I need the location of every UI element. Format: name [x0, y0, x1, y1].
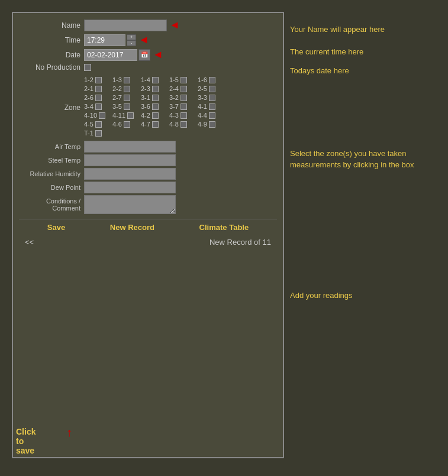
zone-item-4-11: 4-11 — [112, 112, 136, 119]
zone-checkbox-4-11[interactable] — [127, 112, 134, 119]
zone-checkbox-4-5[interactable] — [95, 121, 102, 128]
climate-table-button[interactable]: Climate Table — [199, 223, 249, 232]
time-spinners: + - — [127, 34, 136, 46]
zone-checkbox-4-4[interactable] — [209, 112, 215, 119]
zone-checkbox-3-4[interactable] — [95, 103, 102, 110]
date-input[interactable] — [84, 49, 137, 61]
zone-checkbox-3-2[interactable] — [181, 95, 187, 101]
zone-checkbox-1-3[interactable] — [124, 77, 130, 83]
steel-temp-row: Steel Temp — [19, 154, 277, 166]
air-temp-input[interactable] — [84, 141, 176, 153]
name-arrow: ◄ — [169, 19, 180, 31]
zone-label-4-5: 4-5 — [84, 121, 94, 128]
date-annotation-text: Todays date here — [290, 66, 349, 75]
zone-label-4-2: 4-2 — [141, 112, 150, 119]
zone-item-2-6: 2-6 — [84, 94, 108, 101]
zone-label-3-2: 3-2 — [169, 94, 179, 101]
zone-checkbox-2-5[interactable] — [209, 86, 215, 92]
zone-item-1-2: 1-2 — [84, 76, 108, 83]
zone-item-3-1: 3-1 — [141, 94, 165, 101]
zone-checkbox-4-10[interactable] — [99, 112, 105, 119]
zone-checkbox-1-6[interactable] — [209, 77, 215, 83]
conditions-input[interactable] — [84, 195, 176, 214]
zone-checkbox-3-5[interactable] — [124, 103, 130, 110]
zone-checkbox-2-3[interactable] — [152, 86, 159, 92]
zone-item-4-8: 4-8 — [169, 121, 193, 128]
zone-label-3-1: 3-1 — [141, 94, 150, 101]
save-button[interactable]: Save — [47, 223, 65, 232]
main-form: Name ◄ Time + - ◄ Date 📅 ◄ No Production… — [12, 12, 284, 458]
zone-checkbox-2-2[interactable] — [124, 86, 130, 92]
save-arrow-icon: ↑ — [66, 426, 72, 439]
zone-checkbox-4-2[interactable] — [152, 112, 159, 119]
zone-item-3-4: 3-4 — [84, 103, 108, 110]
new-record-button[interactable]: New Record — [110, 223, 154, 232]
calendar-btn[interactable]: 📅 — [138, 49, 150, 61]
zone-label-3-6: 3-6 — [141, 103, 150, 110]
zone-item-1-6: 1-6 — [198, 76, 221, 83]
zone-item-4-2: 4-2 — [141, 112, 165, 119]
zone-label-4-6: 4-6 — [112, 121, 122, 128]
nav-back-button[interactable]: << — [25, 238, 34, 247]
readings-section: Air Temp Steel Temp Relative Humidity De… — [19, 141, 277, 214]
zone-row-3: 2-6 2-7 3-1 3-2 3-3 — [84, 94, 277, 101]
date-label: Date — [19, 51, 84, 59]
zone-item-4-4: 4-4 — [198, 112, 221, 119]
zones-section: Zone 1-2 1-3 1-4 1-5 — [19, 76, 277, 138]
zone-item-3-7: 3-7 — [169, 103, 193, 110]
name-input[interactable] — [84, 20, 167, 31]
air-temp-row: Air Temp — [19, 141, 277, 153]
zone-checkbox-1-4[interactable] — [152, 77, 159, 83]
zone-item-2-2: 2-2 — [112, 85, 136, 92]
zone-item-3-5: 3-5 — [112, 103, 136, 110]
zone-item-2-5: 2-5 — [198, 85, 221, 92]
zone-item-4-9: 4-9 — [198, 121, 221, 128]
zone-checkbox-4-9[interactable] — [209, 121, 215, 128]
no-production-label: No Production — [19, 63, 84, 72]
zone-checkbox-4-6[interactable] — [124, 121, 130, 128]
zone-item-4-7: 4-7 — [141, 121, 165, 128]
dew-point-label: Dew Point — [19, 184, 84, 191]
rel-humidity-input[interactable] — [84, 168, 176, 180]
dew-point-input[interactable] — [84, 182, 176, 193]
zone-checkbox-3-6[interactable] — [152, 103, 159, 110]
no-production-checkbox[interactable] — [84, 64, 91, 71]
zone-checkbox-4-1[interactable] — [209, 103, 215, 110]
zone-checkbox-t-1[interactable] — [95, 130, 102, 137]
zone-checkbox-3-7[interactable] — [181, 103, 187, 110]
time-down-btn[interactable]: - — [127, 40, 136, 46]
zone-checkbox-1-2[interactable] — [95, 77, 102, 83]
zone-item-1-3: 1-3 — [112, 76, 136, 83]
zone-row-7: T-1 — [84, 129, 277, 137]
zone-label-2-3: 2-3 — [141, 85, 150, 92]
zone-checkbox-4-3[interactable] — [181, 112, 187, 119]
readings-annotation-text: Add your readings — [290, 291, 353, 300]
zone-checkbox-3-3[interactable] — [209, 95, 215, 101]
no-production-row: No Production — [19, 63, 277, 72]
footer-buttons: Save New Record Climate Table — [19, 219, 277, 235]
name-annotation: Your Name will appear here — [290, 24, 385, 35]
zone-checkbox-1-5[interactable] — [181, 77, 187, 83]
zone-label-4-7: 4-7 — [141, 121, 150, 128]
zone-checkbox-2-4[interactable] — [181, 86, 187, 92]
zone-checkbox-4-8[interactable] — [181, 121, 187, 128]
time-up-btn[interactable]: + — [127, 34, 136, 40]
zone-checkbox-2-1[interactable] — [95, 86, 102, 92]
zone-checkbox-2-7[interactable] — [124, 95, 130, 101]
steel-temp-input[interactable] — [84, 154, 176, 166]
click-save-text: Click to save — [16, 427, 36, 455]
zone-checkbox-4-7[interactable] — [152, 121, 159, 128]
zone-label-3-5: 3-5 — [112, 103, 122, 110]
dew-point-row: Dew Point — [19, 182, 277, 193]
zone-item-4-1: 4-1 — [198, 103, 221, 110]
zone-label-3-4: 3-4 — [84, 103, 94, 110]
zone-row-2: 2-1 2-2 2-3 2-4 2-5 — [84, 85, 277, 92]
time-input[interactable] — [84, 34, 125, 46]
zone-checkbox-2-6[interactable] — [95, 95, 102, 101]
zone-annotation: Select the zone(s) you have taken measur… — [290, 148, 426, 170]
footer-nav: << New Record of 11 — [19, 235, 277, 249]
zone-label-4-8: 4-8 — [169, 121, 179, 128]
zone-checkbox-3-1[interactable] — [152, 95, 159, 101]
zone-item-2-3: 2-3 — [141, 85, 165, 92]
zone-label-4-10: 4-10 — [84, 112, 97, 119]
